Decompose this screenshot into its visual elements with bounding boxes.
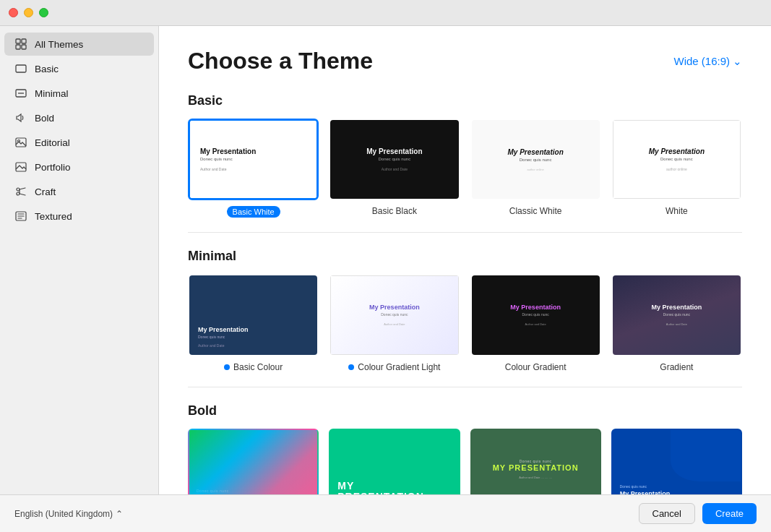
theme-item-briefing[interactable]: Donec quis nunc MY PRESENTATION Author a… xyxy=(470,429,601,494)
theme-item-gradient[interactable]: My Presentation Donec quis nunc Author a… xyxy=(611,274,742,372)
svg-rect-2 xyxy=(16,45,20,49)
sidebar-label-craft: Craft xyxy=(35,186,56,197)
theme-item-classic-white[interactable]: My Presentation Donec quis nunc author o… xyxy=(470,119,601,218)
svg-rect-7 xyxy=(16,138,26,147)
theme-grid-bold: Donec quis nunc MY PRESENTATION Bold Col… xyxy=(188,429,742,494)
aspect-ratio-label: Wide (16:9) xyxy=(673,55,730,67)
app-body: All Themes Basic Minimal xyxy=(0,26,771,494)
theme-thumbnail-bold-colour[interactable]: Donec quis nunc MY PRESENTATION xyxy=(188,429,319,494)
minus-rect-icon xyxy=(14,87,27,100)
cancel-button[interactable]: Cancel xyxy=(639,503,695,524)
theme-thumbnail-white[interactable]: My Presentation Donec quis nunc author o… xyxy=(611,119,742,200)
theme-label-colour-gradient-light: Colour Gradient Light xyxy=(348,362,440,372)
sidebar-item-minimal[interactable]: Minimal xyxy=(4,82,154,105)
sidebar-label-textured: Textured xyxy=(35,211,72,222)
bottom-buttons: Cancel Create xyxy=(639,503,757,524)
theme-thumbnail-basic-black[interactable]: My Presentation Donec quis nunc Author a… xyxy=(329,119,460,200)
sidebar-label-minimal: Minimal xyxy=(35,88,69,99)
sidebar-item-all-themes[interactable]: All Themes xyxy=(4,33,154,56)
grid-icon xyxy=(14,38,27,51)
section-heading-basic: Basic xyxy=(188,93,742,108)
theme-thumbnail-academy[interactable]: Donec quis nunc My Presentation strong t… xyxy=(611,429,742,494)
theme-item-basic-white[interactable]: My Presentation Donec quis nunc Author a… xyxy=(188,119,319,218)
sidebar-item-basic[interactable]: Basic xyxy=(4,57,154,80)
sidebar-label-basic: Basic xyxy=(35,64,59,74)
theme-grid-minimal: My Presentation Donec quis nunc Author a… xyxy=(188,274,742,372)
svg-rect-1 xyxy=(22,39,26,43)
bottom-bar: English (United Kingdom) ⌃ Cancel Create xyxy=(0,494,771,532)
page-title: Choose a Theme xyxy=(188,48,373,74)
dot-indicator-colour-gradient-light xyxy=(348,364,354,370)
sidebar-label-portfolio: Portfolio xyxy=(35,162,71,173)
section-heading-minimal: Minimal xyxy=(188,249,742,264)
sidebar-item-bold[interactable]: Bold xyxy=(4,106,154,129)
theme-thumbnail-classic-white[interactable]: My Presentation Donec quis nunc author o… xyxy=(470,119,601,200)
theme-item-bold-colour[interactable]: Donec quis nunc MY PRESENTATION Bold Col… xyxy=(188,429,319,494)
chevron-down-icon: ⌄ xyxy=(733,55,742,68)
texture-icon xyxy=(14,210,27,223)
theme-thumbnail-colour-gradient[interactable]: My Presentation Donec quis nunc Author a… xyxy=(470,274,601,356)
theme-thumbnail-basic-colour[interactable]: My Presentation Donec quis nunc Author a… xyxy=(188,274,319,356)
theme-thumbnail-gradient[interactable]: My Presentation Donec quis nunc Author a… xyxy=(611,274,742,356)
maximize-button[interactable] xyxy=(39,8,48,17)
sidebar-item-editorial[interactable]: Editorial xyxy=(4,131,154,154)
image-icon xyxy=(14,160,27,173)
theme-label-basic-white: Basic White xyxy=(227,206,280,218)
theme-item-basic-colour[interactable]: My Presentation Donec quis nunc Author a… xyxy=(188,274,319,372)
sidebar-item-portfolio[interactable]: Portfolio xyxy=(4,155,154,179)
content-header: Choose a Theme Wide (16:9) ⌄ xyxy=(188,48,742,74)
theme-item-white[interactable]: My Presentation Donec quis nunc author o… xyxy=(611,119,742,218)
language-selector[interactable]: English (United Kingdom) ⌃ xyxy=(14,509,123,519)
svg-rect-4 xyxy=(16,65,26,72)
theme-label-white: White xyxy=(666,206,688,216)
language-label: English (United Kingdom) xyxy=(14,509,113,519)
dot-indicator-basic-colour xyxy=(224,364,230,370)
sidebar-label-all-themes: All Themes xyxy=(35,39,83,50)
rectangle-icon xyxy=(14,62,27,75)
create-button[interactable]: Create xyxy=(702,503,757,524)
theme-item-colour-gradient-light[interactable]: My Presentation Donec quis nunc Author a… xyxy=(329,274,460,372)
sidebar: All Themes Basic Minimal xyxy=(0,26,159,494)
sidebar-label-bold: Bold xyxy=(35,113,54,124)
sidebar-item-textured[interactable]: Textured xyxy=(4,205,154,228)
section-heading-bold: Bold xyxy=(188,403,742,419)
theme-item-academy[interactable]: Donec quis nunc My Presentation strong t… xyxy=(611,429,742,494)
minimize-button[interactable] xyxy=(24,8,33,17)
scissors-icon xyxy=(14,185,27,198)
titlebar xyxy=(0,0,771,26)
theme-item-basic-black[interactable]: My Presentation Donec quis nunc Author a… xyxy=(329,119,460,218)
theme-thumbnail-showcase[interactable]: MYPRESENTATION xyxy=(329,429,460,494)
divider-basic-minimal xyxy=(188,232,742,233)
theme-thumbnail-colour-gradient-light[interactable]: My Presentation Donec quis nunc Author a… xyxy=(329,274,460,356)
theme-thumbnail-basic-white[interactable]: My Presentation Donec quis nunc Author a… xyxy=(188,119,319,200)
theme-thumbnail-briefing[interactable]: Donec quis nunc MY PRESENTATION Author a… xyxy=(470,429,601,494)
theme-item-colour-gradient[interactable]: My Presentation Donec quis nunc Author a… xyxy=(470,274,601,372)
chevron-up-icon: ⌃ xyxy=(116,509,123,519)
svg-rect-0 xyxy=(16,39,20,43)
theme-label-basic-colour: Basic Colour xyxy=(224,362,283,372)
megaphone-icon xyxy=(14,111,27,124)
theme-item-showcase[interactable]: MYPRESENTATION Showcase xyxy=(329,429,460,494)
theme-grid-basic: My Presentation Donec quis nunc Author a… xyxy=(188,119,742,218)
selected-badge: Basic White xyxy=(227,206,280,218)
aspect-ratio-selector[interactable]: Wide (16:9) ⌄ xyxy=(673,55,742,68)
sidebar-label-editorial: Editorial xyxy=(35,137,70,148)
theme-label-classic-white: Classic White xyxy=(509,206,562,216)
divider-minimal-bold xyxy=(188,387,742,387)
theme-label-basic-black: Basic Black xyxy=(372,206,417,216)
svg-rect-3 xyxy=(22,45,26,49)
close-button[interactable] xyxy=(9,8,18,17)
theme-label-colour-gradient: Colour Gradient xyxy=(505,362,567,372)
photo-icon xyxy=(14,136,27,149)
main-content: Choose a Theme Wide (16:9) ⌄ Basic My Pr… xyxy=(159,26,771,494)
theme-label-gradient: Gradient xyxy=(660,362,693,372)
sidebar-item-craft[interactable]: Craft xyxy=(4,180,154,203)
